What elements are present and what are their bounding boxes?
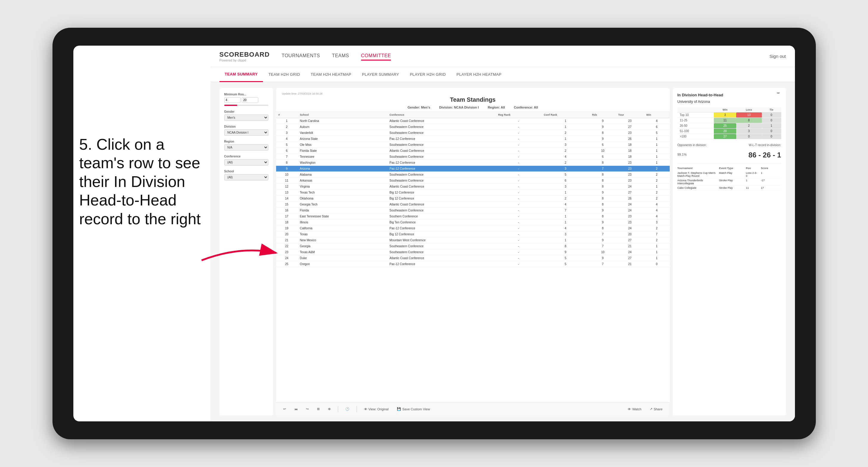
table-row[interactable]: 15 Georgia Tech Atlantic Coast Conferenc… [276,201,670,208]
cell-rds: 9 [590,238,616,243]
tournament-row-3: Cabo Collegiate Stroke Play 11 17 [678,186,781,190]
nav-teams[interactable]: TEAMS [332,52,349,61]
table-row[interactable]: 11 Arkansas Southeastern Conference - 6 … [276,178,670,184]
table-row[interactable]: 21 New Mexico Mountain West Conference -… [276,238,670,243]
table-row[interactable]: 4 Arizona State Pac-12 Conference - 1 9 … [276,136,670,142]
cell-tour: 27 [616,190,644,196]
cell-reg-rank: - [496,190,541,196]
tab-team-h2h-heatmap[interactable]: TEAM H2H HEATMAP [305,67,356,82]
cell-win: 2 [644,172,670,178]
cell-school: Washington [298,160,388,166]
table-row[interactable]: 13 Texas Tech Big 12 Conference - 1 9 27… [276,190,670,196]
min-rounds-input1[interactable] [224,97,241,103]
share-button[interactable]: ↗ Share [647,406,664,412]
cell-tour: 27 [616,124,644,130]
cell-conf-rank: 4 [541,225,589,231]
tab-team-h2h-grid[interactable]: TEAM H2H GRID [263,67,305,82]
table-row[interactable]: 9 Arizona Pac-12 Conference - 3 7 23 2 [276,166,670,172]
tournament-row-1: Jackson T. Stephens Cup Men's Match-Play… [678,171,781,178]
redo-button[interactable]: ↪ [304,406,311,412]
cell-win: 4 [644,214,670,219]
table-row[interactable]: 3 Vanderbilt Southeastern Conference - 2… [276,130,670,136]
cell-reg-rank: - [496,255,541,261]
cell-tour: 23 [616,219,644,225]
undo-button[interactable]: ↩ [281,406,288,412]
step-back-button[interactable]: ⏮ [292,406,300,412]
h2h-row-100plus: >100 27 0 0 [678,134,781,139]
cell-win: 1 [644,148,670,154]
cell-conf-rank: 1 [541,118,589,124]
cell-school: Florida State [298,148,388,154]
cell-conf-rank: 6 [541,178,589,184]
cell-reg-rank: - [496,231,541,238]
table-row[interactable]: 20 Texas Big 12 Conference - 3 7 20 7 [276,231,670,238]
division-select[interactable]: NCAA Division I [224,129,268,136]
school-select[interactable]: (All) [224,174,268,180]
cell-rds: 8 [590,201,616,208]
table-row[interactable]: 8 Washington Pac-12 Conference - 2 8 23 … [276,160,670,166]
cell-conf-rank: 5 [541,261,589,267]
cell-num: 16 [276,208,298,214]
copy-button[interactable]: ⊞ [315,406,322,412]
cell-reg-rank: - [496,243,541,249]
clock-button[interactable]: 🕐 [343,406,352,412]
tab-player-h2h-grid[interactable]: PLAYER H2H GRID [404,67,451,82]
cell-school: Auburn [298,124,388,130]
table-row[interactable]: 6 Florida State Atlantic Coast Conferenc… [276,148,670,154]
standings-meta: Gender: Men's Division: NCAA Division I … [282,105,664,109]
tab-player-summary[interactable]: PLAYER SUMMARY [356,67,404,82]
logo-subtitle: Powered by clippd [219,58,270,62]
sign-out-button[interactable]: Sign out [769,54,786,59]
cell-conference: Big 12 Conference [387,196,496,201]
cell-rds: 8 [590,225,616,231]
region-select[interactable]: N/A [224,144,268,151]
sub-navigation: TEAM SUMMARY TEAM H2H GRID TEAM H2H HEAT… [211,67,795,82]
cell-num: 2 [276,124,298,130]
cell-win: 1 [644,136,670,142]
view-original-button[interactable]: 👁 View: Original [362,406,391,412]
top-navigation: SCOREBOARD Powered by clippd TOURNAMENTS… [211,45,795,67]
table-row[interactable]: 14 Oklahoma Big 12 Conference - 2 8 26 2 [276,196,670,201]
cell-rds: 7 [590,243,616,249]
cell-num: 12 [276,184,298,190]
conference-select[interactable]: (All) [224,159,268,165]
cell-conference: Southeastern Conference [387,208,496,214]
gender-select[interactable]: Men's [224,115,268,121]
table-row[interactable]: 23 Texas A&M Southeastern Conference - 9… [276,249,670,255]
cell-rds: 8 [590,214,616,219]
cell-num: 1 [276,118,298,124]
table-row[interactable]: 16 Florida Southeastern Conference - 7 9… [276,208,670,214]
cell-reg-rank: - [496,172,541,178]
save-custom-view-button[interactable]: 💾 Save Custom View [395,406,432,412]
cell-school: New Mexico [298,238,388,243]
cell-win: 1 [644,249,670,255]
table-row[interactable]: 1 North Carolina Atlantic Coast Conferen… [276,118,670,124]
cell-school: Texas Tech [298,190,388,196]
cell-rds: 8 [590,172,616,178]
table-row[interactable]: 12 Virginia Atlantic Coast Conference - … [276,184,670,190]
tab-player-h2h-heatmap[interactable]: PLAYER H2H HEATMAP [451,67,507,82]
table-row[interactable]: 5 Ole Miss Southeastern Conference - 3 6… [276,142,670,148]
cell-conference: Pac-12 Conference [387,261,496,267]
nav-committee[interactable]: COMMITTEE [361,52,391,61]
cell-school: Arkansas [298,178,388,184]
h2h-team-name: University of Arizona [678,100,781,104]
table-row[interactable]: 19 California Pac-12 Conference - 4 8 24… [276,225,670,231]
nav-tournaments[interactable]: TOURNAMENTS [281,52,320,61]
table-row[interactable]: 17 East Tennessee State Southern Confere… [276,214,670,219]
table-row[interactable]: 22 Georgia Southeastern Conference - 8 7… [276,243,670,249]
table-row[interactable]: 10 Alabama Southeastern Conference - 5 8… [276,172,670,178]
watch-button[interactable]: 👁 Watch [625,406,644,412]
table-row[interactable]: 18 Illinois Big Ten Conference - 1 9 23 … [276,219,670,225]
h2h-col-tie: Tie [762,107,781,113]
table-row[interactable]: 7 Tennessee Southeastern Conference - 4 … [276,154,670,160]
tournament-score-1: 1 [761,172,773,178]
paste-button[interactable]: ⊕ [326,406,333,412]
tab-team-summary[interactable]: TEAM SUMMARY [219,67,263,82]
min-rounds-input2[interactable] [242,97,258,103]
table-row[interactable]: 25 Oregon Pac-12 Conference - 5 7 21 0 [276,261,670,267]
cell-win: 2 [644,238,670,243]
table-row[interactable]: 2 Auburn Southeastern Conference - 1 9 2… [276,124,670,130]
cell-conference: Southeastern Conference [387,124,496,130]
table-row[interactable]: 24 Duke Atlantic Coast Conference - 5 9 … [276,255,670,261]
